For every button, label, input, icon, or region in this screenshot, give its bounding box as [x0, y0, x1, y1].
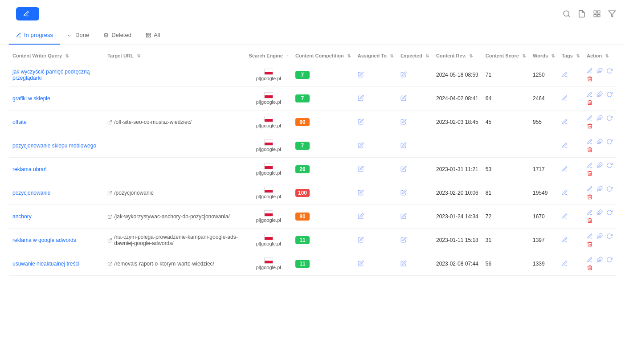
feather-action-icon[interactable] — [596, 233, 603, 239]
refresh-action-icon[interactable] — [606, 209, 613, 216]
feather-action-icon[interactable] — [596, 186, 603, 192]
col-header-engine[interactable]: Search Engine ↑ — [245, 49, 291, 63]
feather-action-icon[interactable] — [596, 139, 603, 145]
grid-tab-icon — [146, 33, 151, 38]
assigned-edit-icon[interactable] — [358, 260, 364, 266]
delete-action-icon[interactable] — [587, 147, 593, 153]
assigned-edit-icon[interactable] — [358, 71, 364, 78]
col-header-competition[interactable]: Content Competition ⇅ — [292, 49, 354, 63]
expected-edit-icon[interactable] — [400, 95, 407, 101]
col-header-query[interactable]: Content Writer Query ⇅ — [9, 49, 104, 63]
query-link[interactable]: pozycjonowanie sklepu meblowego — [12, 143, 96, 149]
refresh-action-icon[interactable] — [606, 68, 613, 74]
refresh-action-icon[interactable] — [606, 115, 613, 121]
edit-action-icon[interactable] — [587, 209, 593, 216]
query-link[interactable]: anchory — [12, 213, 32, 220]
refresh-action-icon[interactable] — [606, 233, 613, 239]
tags-edit-icon[interactable] — [562, 189, 568, 196]
expected-edit-icon[interactable] — [400, 142, 407, 148]
tags-edit-icon[interactable] — [562, 142, 568, 148]
edit-action-icon[interactable] — [587, 186, 593, 192]
expected-cell — [397, 181, 433, 205]
delete-action-icon[interactable] — [587, 265, 593, 271]
col-header-score[interactable]: Content Score ⇅ — [482, 49, 529, 63]
delete-action-icon[interactable] — [587, 194, 593, 200]
edit-action-icon[interactable] — [587, 257, 593, 263]
competition-badge: 100 — [295, 189, 310, 197]
filter-icon[interactable] — [608, 10, 616, 18]
expected-edit-icon[interactable] — [400, 213, 407, 219]
assigned-edit-icon[interactable] — [358, 213, 364, 219]
refresh-action-icon[interactable] — [606, 257, 613, 263]
delete-action-icon[interactable] — [587, 123, 593, 129]
delete-action-icon[interactable] — [587, 241, 593, 247]
engine-label: pl|google.pl — [256, 123, 281, 128]
tags-edit-icon[interactable] — [562, 71, 568, 78]
expected-edit-icon[interactable] — [400, 260, 407, 266]
expected-edit-icon[interactable] — [400, 71, 407, 78]
refresh-action-icon[interactable] — [606, 186, 613, 192]
edit-action-icon[interactable] — [587, 91, 593, 98]
expected-edit-icon[interactable] — [400, 119, 407, 125]
refresh-action-icon[interactable] — [606, 139, 613, 145]
feather-action-icon[interactable] — [596, 257, 603, 263]
tags-edit-icon[interactable] — [562, 260, 568, 266]
assigned-edit-icon[interactable] — [358, 237, 364, 243]
col-header-expected[interactable]: Expected ⇅ — [397, 49, 433, 63]
document-icon[interactable] — [578, 10, 586, 18]
query-link[interactable]: usuwanie nieaktualnej treści — [12, 261, 79, 267]
feather-action-icon[interactable] — [596, 115, 603, 121]
query-link[interactable]: jak wyczyścić pamięć podręczną przegląda… — [12, 69, 90, 81]
words-cell: 1717 — [529, 158, 558, 181]
tags-edit-icon[interactable] — [562, 213, 568, 219]
delete-action-icon[interactable] — [587, 76, 593, 82]
new-query-button[interactable] — [16, 7, 39, 20]
tags-edit-icon[interactable] — [562, 237, 568, 243]
tags-edit-icon[interactable] — [562, 119, 568, 125]
delete-action-icon[interactable] — [587, 217, 593, 224]
query-link[interactable]: reklama ubrań — [12, 166, 47, 172]
query-link[interactable]: reklama w google adwords — [12, 237, 76, 243]
tab-deleted[interactable]: Deleted — [96, 26, 139, 45]
rev-date: 2023-02-08 07:44 — [436, 261, 478, 267]
feather-action-icon[interactable] — [596, 91, 603, 98]
col-header-action[interactable]: Action ⇅ — [583, 49, 616, 63]
assigned-edit-icon[interactable] — [358, 166, 364, 172]
delete-action-icon[interactable] — [587, 170, 593, 176]
tab-done[interactable]: Done — [60, 26, 96, 45]
search-icon[interactable] — [563, 10, 571, 18]
edit-action-icon[interactable] — [587, 139, 593, 145]
assigned-edit-icon[interactable] — [358, 189, 364, 196]
feather-action-icon[interactable] — [596, 68, 603, 74]
feather-action-icon[interactable] — [596, 209, 603, 216]
edit-action-icon[interactable] — [587, 233, 593, 239]
refresh-action-icon[interactable] — [606, 162, 613, 168]
tags-edit-icon[interactable] — [562, 166, 568, 172]
col-header-words[interactable]: Words ⇅ — [529, 49, 558, 63]
query-link[interactable]: grafiki w sklepie — [12, 95, 50, 102]
col-header-url[interactable]: Target URL ⇅ — [104, 49, 245, 63]
assigned-edit-icon[interactable] — [358, 95, 364, 101]
grid-icon[interactable] — [593, 10, 601, 18]
tab-in-progress[interactable]: In progress — [9, 26, 60, 45]
edit-action-icon[interactable] — [587, 162, 593, 168]
delete-action-icon[interactable] — [587, 99, 593, 106]
expected-edit-icon[interactable] — [400, 166, 407, 172]
query-link[interactable]: pozycjonowanie — [12, 190, 50, 196]
col-header-rev[interactable]: Content Rev. ⇅ — [433, 49, 482, 63]
refresh-action-icon[interactable] — [606, 91, 613, 98]
assigned-edit-icon[interactable] — [358, 142, 364, 148]
assigned-edit-icon[interactable] — [358, 119, 364, 125]
edit-action-icon[interactable] — [587, 68, 593, 74]
edit-action-icon[interactable] — [587, 115, 593, 121]
query-link[interactable]: offsite — [12, 119, 27, 125]
expected-edit-icon[interactable] — [400, 237, 407, 243]
rev-date: 2023-01-31 11:21 — [436, 166, 478, 172]
col-header-tags[interactable]: Tags ⇅ — [558, 49, 583, 63]
expected-edit-icon[interactable] — [400, 189, 407, 196]
engine-label: pl|google.pl — [256, 99, 281, 105]
tab-all[interactable]: All — [139, 26, 167, 45]
feather-action-icon[interactable] — [596, 162, 603, 168]
col-header-assigned[interactable]: Assigned To ⇅ — [354, 49, 397, 63]
tags-edit-icon[interactable] — [562, 95, 568, 101]
